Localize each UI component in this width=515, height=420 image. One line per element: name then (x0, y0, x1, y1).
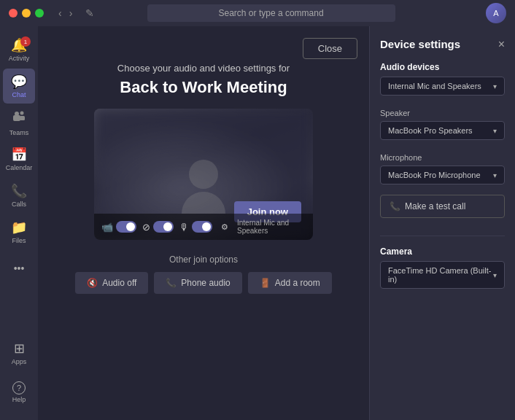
main-layout: 1 🔔 Activity 💬 Chat Teams 📅 Calendar (0, 26, 515, 420)
chat-icon: 💬 (11, 74, 27, 90)
mic-toggle-group: 🎙 (179, 221, 212, 233)
add-room-icon: 🚪 (260, 278, 271, 288)
camera-label: Camera (380, 246, 505, 257)
audio-off-label: Audio off (102, 278, 136, 288)
chevron-down-icon: ▾ (493, 171, 497, 179)
join-options-title: Other join options (53, 254, 355, 265)
audio-devices-label: Audio devices (380, 62, 505, 72)
svg-rect-0 (13, 115, 20, 121)
sidebar: 1 🔔 Activity 💬 Chat Teams 📅 Calendar (0, 26, 38, 420)
maximize-window-button[interactable] (35, 9, 44, 18)
nav-back-button[interactable]: ‹ (55, 6, 65, 20)
sidebar-item-calendar[interactable]: 📅 Calendar (3, 141, 35, 176)
search-placeholder: Search or type a command (219, 8, 324, 18)
close-window-button[interactable] (9, 9, 18, 18)
video-preview: Join now 📹 ⊘ 🎙 (94, 109, 313, 240)
divider (380, 236, 505, 236)
audio-off-button[interactable]: 🔇 Audio off (75, 272, 148, 294)
teams-icon (12, 109, 26, 128)
nav-forward-button[interactable]: › (66, 6, 76, 20)
svg-point-1 (15, 112, 19, 116)
chevron-down-icon: ▾ (493, 82, 497, 90)
phone-audio-icon: 📞 (166, 278, 177, 288)
video-controls-bar: 📹 ⊘ 🎙 ⚙ Inte (94, 214, 313, 240)
sidebar-item-calls[interactable]: 📞 Calls (3, 178, 35, 213)
toggle-knob (126, 222, 135, 231)
activity-badge: 1 (20, 36, 31, 47)
sidebar-item-label: Calendar (6, 164, 33, 171)
phone-audio-label: Phone audio (181, 278, 230, 288)
device-label: Internal Mic and Speakers (237, 219, 306, 235)
add-room-label: Add a room (275, 278, 320, 288)
content-area: Close Choose your audio and video settin… (38, 26, 369, 420)
video-toggle[interactable] (116, 221, 136, 233)
blur-toggle-group: ⊘ (142, 221, 174, 233)
microphone-label: Microphone (380, 153, 505, 162)
apps-icon: ⊞ (14, 341, 25, 357)
title-bar: ‹ › ✎ Search or type a command A (0, 0, 515, 26)
test-call-label: Make a test call (405, 201, 465, 211)
microphone-dropdown[interactable]: MacBook Pro Microphone ▾ (380, 166, 505, 184)
help-icon: ? (12, 381, 26, 394)
more-icon: ••• (14, 262, 25, 274)
mic-toggle[interactable] (192, 221, 212, 233)
chevron-down-icon: ▾ (493, 127, 497, 135)
camera-value: FaceTime HD Camera (Built-in) (388, 266, 493, 284)
add-room-button[interactable]: 🚪 Add a room (248, 272, 332, 294)
sidebar-item-label: Help (12, 396, 26, 403)
sidebar-item-teams[interactable]: Teams (3, 105, 35, 140)
sidebar-item-label: Activity (9, 55, 30, 62)
compose-button[interactable]: ✎ (81, 6, 98, 20)
join-options-row: 🔇 Audio off 📞 Phone audio 🚪 Add a room (53, 272, 355, 294)
sidebar-item-activity[interactable]: 1 🔔 Activity (3, 32, 35, 67)
chevron-down-icon: ▾ (493, 271, 497, 279)
sidebar-item-label: Apps (12, 358, 27, 365)
avatar[interactable]: A (486, 3, 506, 23)
device-settings-panel: Device settings × Audio devices Internal… (369, 26, 515, 420)
audio-off-icon: 🔇 (87, 278, 98, 288)
close-meeting-button[interactable]: Close (303, 38, 357, 59)
sidebar-item-label: Chat (12, 91, 26, 98)
sidebar-item-help[interactable]: ? Help (3, 375, 35, 410)
video-toggle-group: 📹 (101, 221, 136, 233)
mic-icon: 🎙 (179, 222, 189, 233)
meeting-title: Back to Work Meeting (120, 78, 287, 97)
speaker-label: Speaker (380, 109, 505, 117)
svg-rect-3 (20, 116, 25, 120)
sidebar-bottom: ⊞ Apps ? Help (3, 335, 35, 420)
toggle-knob (163, 222, 172, 231)
test-call-button[interactable]: 📞 Make a test call (380, 195, 505, 218)
blur-icon: ⊘ (142, 222, 150, 233)
sidebar-item-files[interactable]: 📁 Files (3, 214, 35, 249)
panel-close-button[interactable]: × (498, 39, 505, 50)
camera-dropdown[interactable]: FaceTime HD Camera (Built-in) ▾ (380, 261, 505, 289)
sidebar-item-label: Files (12, 237, 26, 244)
sidebar-item-more[interactable]: ••• (3, 251, 35, 286)
svg-point-2 (20, 111, 24, 114)
sidebar-item-label: Calls (12, 201, 26, 208)
search-bar[interactable]: Search or type a command (147, 4, 395, 22)
minimize-window-button[interactable] (22, 9, 31, 18)
meeting-subtitle: Choose your audio and video settings for (117, 63, 290, 74)
microphone-value: MacBook Pro Microphone (388, 171, 481, 179)
blur-toggle[interactable] (153, 221, 174, 233)
audio-device-value: Internal Mic and Speakers (388, 82, 481, 90)
test-call-icon: 📞 (390, 201, 400, 211)
audio-device-dropdown[interactable]: Internal Mic and Speakers ▾ (380, 77, 505, 96)
toggle-knob (202, 222, 211, 231)
traffic-lights (9, 9, 44, 18)
phone-audio-button[interactable]: 📞 Phone audio (154, 272, 241, 294)
sidebar-item-label: Teams (9, 129, 29, 136)
settings-icon[interactable]: ⚙ (221, 222, 228, 232)
files-icon: 📁 (11, 219, 27, 236)
speaker-dropdown[interactable]: MacBook Pro Speakers ▾ (380, 121, 505, 140)
speaker-value: MacBook Pro Speakers (388, 126, 473, 135)
sidebar-item-apps[interactable]: ⊞ Apps (3, 335, 35, 370)
panel-header: Device settings × (380, 38, 505, 50)
sidebar-item-chat[interactable]: 💬 Chat (3, 69, 35, 104)
join-options-section: Other join options 🔇 Audio off 📞 Phone a… (53, 254, 355, 294)
video-camera-icon: 📹 (101, 222, 113, 233)
calls-icon: 📞 (11, 183, 27, 199)
panel-title: Device settings (380, 38, 460, 50)
calendar-icon: 📅 (11, 147, 27, 163)
